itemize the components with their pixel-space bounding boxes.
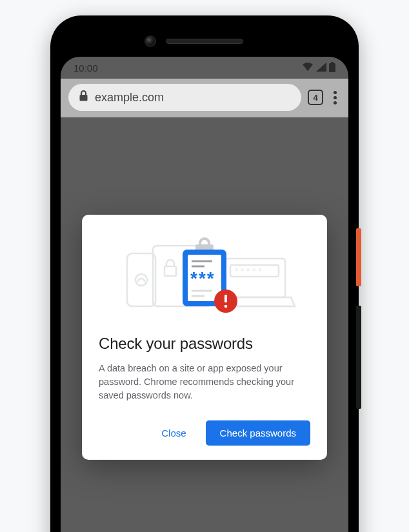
phone-bezel-top bbox=[61, 26, 348, 57]
volume-button bbox=[356, 306, 361, 409]
dialog-body-text: A data breach on a site or app exposed y… bbox=[99, 362, 310, 402]
check-passwords-button[interactable]: Check passwords bbox=[206, 420, 310, 446]
password-breach-dialog: ***** bbox=[82, 215, 327, 460]
svg-rect-3 bbox=[127, 253, 155, 306]
svg-point-21 bbox=[224, 305, 228, 308]
svg-rect-6 bbox=[165, 266, 176, 276]
front-camera bbox=[145, 35, 156, 47]
phone-screen: 10:00 example.com 4 bbox=[61, 57, 348, 532]
close-button[interactable]: Close bbox=[151, 421, 196, 445]
svg-rect-20 bbox=[224, 295, 227, 302]
dialog-title: Check your passwords bbox=[99, 335, 310, 353]
dialog-illustration: ***** bbox=[99, 234, 310, 318]
dialog-actions: Close Check passwords bbox=[99, 420, 310, 446]
power-button bbox=[356, 228, 361, 286]
svg-text:*****: ***** bbox=[235, 266, 264, 276]
modal-overlay: ***** bbox=[61, 57, 348, 532]
svg-point-4 bbox=[135, 274, 147, 286]
phone-frame: 10:00 example.com 4 bbox=[50, 15, 359, 532]
svg-text:***: *** bbox=[190, 268, 215, 288]
earpiece-speaker bbox=[166, 39, 243, 44]
